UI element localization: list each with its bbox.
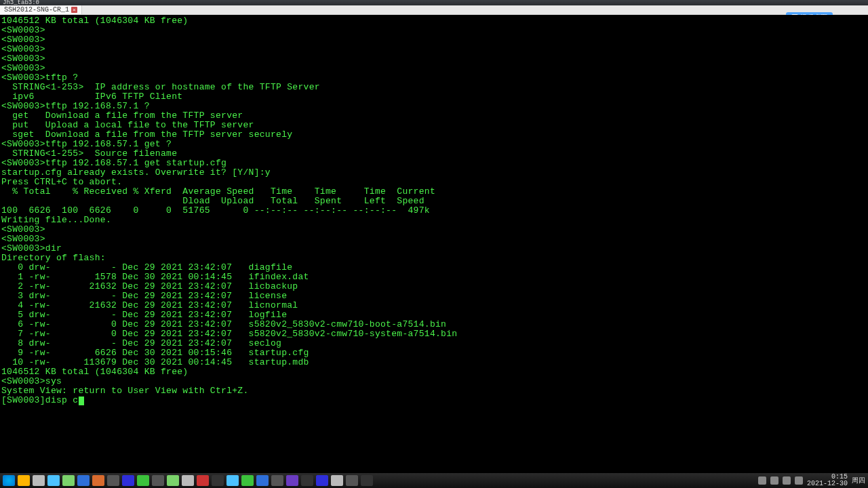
taskbar-app-icon[interactable] bbox=[152, 475, 164, 486]
terminal-prompt-line[interactable]: [SW0003]disp c bbox=[1, 396, 867, 405]
start-button[interactable] bbox=[3, 475, 15, 486]
window-titlebar[interactable]: Jh3_tab3:0 bbox=[0, 0, 868, 5]
terminal-line: 4 -rw- 21632 Dec 29 2021 23:42:07 licnor… bbox=[1, 301, 867, 310]
terminal-line: Writing file...Done. bbox=[1, 216, 867, 225]
terminal-line: <SW0003> bbox=[1, 225, 867, 235]
terminal-line: 10 -rw- 113679 Dec 30 2021 00:14:45 star… bbox=[1, 358, 867, 367]
terminal-line: <SW0003>tftp 192.168.57.1 get startup.cf… bbox=[1, 159, 867, 168]
taskbar-app-icon[interactable] bbox=[92, 475, 104, 486]
terminal-line: <SW0003>tftp 192.168.57.1 ? bbox=[1, 102, 867, 111]
taskbar: 0:15 2021-12-30 周四 bbox=[0, 473, 868, 488]
taskbar-app-icon[interactable] bbox=[241, 475, 254, 486]
terminal-line: <SW0003> bbox=[1, 35, 867, 45]
terminal-line: <SW0003> bbox=[1, 45, 867, 54]
taskbar-app-icon[interactable] bbox=[182, 475, 194, 486]
terminal-line: <SW0003> bbox=[1, 54, 867, 64]
terminal-line: 100 6626 100 6626 0 0 51765 0 --:--:-- -… bbox=[1, 206, 867, 216]
terminal-line: <SW0003> bbox=[1, 235, 867, 244]
tray-icon[interactable] bbox=[795, 476, 803, 485]
terminal-line: get Download a file from the TFTP server bbox=[1, 111, 867, 121]
taskbar-app-icon[interactable] bbox=[122, 475, 134, 486]
terminal-line: 0 drw- - Dec 29 2021 23:42:07 diagfile bbox=[1, 263, 867, 272]
cursor bbox=[79, 396, 84, 405]
session-tab[interactable]: SSH2012-SNG-CR_1 × bbox=[0, 5, 82, 14]
tray-icon[interactable] bbox=[770, 476, 778, 485]
terminal-line: put Upload a local file to the TFTP serv… bbox=[1, 121, 867, 130]
terminal-line: 7 -rw- 0 Dec 29 2021 23:42:07 s5820v2_58… bbox=[1, 329, 867, 339]
terminal-line: STRING<1-255> Source filename bbox=[1, 149, 867, 159]
terminal-line: <SW0003>sys bbox=[1, 377, 867, 386]
taskbar-app-icon[interactable] bbox=[331, 475, 343, 486]
terminal-line: 8 drw- - Dec 29 2021 23:42:07 seclog bbox=[1, 339, 867, 348]
close-icon[interactable]: × bbox=[71, 7, 77, 13]
taskbar-app-icon[interactable] bbox=[77, 475, 90, 486]
tab-label: SSH2012-SNG-CR_1 bbox=[4, 6, 69, 14]
taskbar-app-icon[interactable] bbox=[33, 475, 45, 486]
terminal-line: <SW0003> bbox=[1, 26, 867, 35]
terminal-line: 2 -rw- 21632 Dec 29 2021 23:42:07 licbac… bbox=[1, 282, 867, 291]
terminal-line: <SW0003>dir bbox=[1, 244, 867, 253]
terminal-line: System View: return to User View with Ct… bbox=[1, 386, 867, 396]
taskbar-app-icon[interactable] bbox=[301, 475, 313, 486]
terminal-line: Directory of flash: bbox=[1, 253, 867, 263]
taskbar-app-icon[interactable] bbox=[316, 475, 328, 486]
terminal-line: 6 -rw- 0 Dec 29 2021 23:42:07 s5820v2_58… bbox=[1, 320, 867, 329]
taskbar-app-icon[interactable] bbox=[226, 475, 239, 486]
terminal-line: ipv6 IPv6 TFTP Client bbox=[1, 92, 867, 102]
terminal-line: startup.cfg already exists. Overwrite it… bbox=[1, 168, 867, 178]
terminal-line: 3 drw- - Dec 29 2021 23:42:07 license bbox=[1, 291, 867, 301]
terminal-line: Press CTRL+C to abort. bbox=[1, 178, 867, 187]
taskbar-app-icon[interactable] bbox=[286, 475, 298, 486]
terminal-line: 1046512 KB total (1046304 KB free) bbox=[1, 16, 867, 26]
terminal-line: STRING<1-253> IP address or hostname of … bbox=[1, 83, 867, 92]
taskbar-app-icon[interactable] bbox=[47, 475, 60, 486]
terminal-line: Dload Upload Total Spent Left Speed bbox=[1, 197, 867, 206]
terminal-line: % Total % Received % Xferd Average Speed… bbox=[1, 187, 867, 197]
taskbar-app-icon[interactable] bbox=[346, 475, 358, 486]
taskbar-app-icon[interactable] bbox=[137, 475, 149, 486]
terminal-line: 5 drw- - Dec 29 2021 23:42:07 logfile bbox=[1, 310, 867, 320]
tray-icon[interactable] bbox=[783, 476, 791, 485]
taskbar-app-icon[interactable] bbox=[18, 475, 30, 486]
taskbar-app-icon[interactable] bbox=[107, 475, 119, 486]
tabbar: SSH2012-SNG-CR_1 × bbox=[0, 5, 868, 15]
taskbar-app-icon[interactable] bbox=[62, 475, 75, 486]
terminal-line: 1046512 KB total (1046304 KB free) bbox=[1, 367, 867, 377]
taskbar-app-icon[interactable] bbox=[256, 475, 269, 486]
tray-date: 2021-12-30 bbox=[807, 481, 848, 487]
terminal-output[interactable]: 1046512 KB total (1046304 KB free)<SW000… bbox=[0, 15, 868, 473]
system-tray[interactable]: 0:15 2021-12-30 周四 bbox=[758, 474, 865, 487]
terminal-line: 9 -rw- 6626 Dec 30 2021 00:15:46 startup… bbox=[1, 348, 867, 358]
terminal-line: 1 -rw- 1578 Dec 30 2021 00:14:45 ifindex… bbox=[1, 272, 867, 282]
terminal-line: <SW0003>tftp 192.168.57.1 get ? bbox=[1, 140, 867, 149]
terminal-line: sget Download a file from the TFTP serve… bbox=[1, 130, 867, 140]
window-title: Jh3_tab3:0 bbox=[3, 0, 39, 5]
taskbar-app-icon[interactable] bbox=[167, 475, 179, 486]
taskbar-app-icon[interactable] bbox=[361, 475, 373, 486]
taskbar-app-icon[interactable] bbox=[271, 475, 283, 486]
tray-weekday: 周四 bbox=[852, 476, 865, 485]
tray-icon[interactable] bbox=[758, 476, 766, 485]
terminal-line: <SW0003> bbox=[1, 64, 867, 73]
taskbar-app-icon[interactable] bbox=[212, 475, 224, 486]
terminal-line: <SW0003>tftp ? bbox=[1, 73, 867, 83]
taskbar-app-icon[interactable] bbox=[197, 475, 209, 486]
